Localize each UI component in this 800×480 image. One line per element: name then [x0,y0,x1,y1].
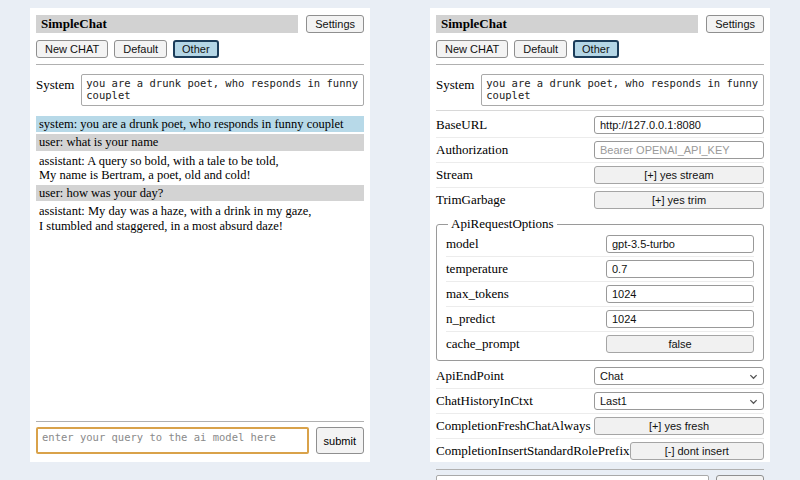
max-tokens-label: max_tokens [446,286,509,302]
query-input[interactable] [436,475,709,480]
chat-panel-header: SimpleChat Settings [36,15,364,33]
session-toolbar: New CHAT Default Other [36,40,364,58]
temperature-label: temperature [446,261,508,277]
setting-row-model: model [446,232,754,256]
setting-row-temperature: temperature [446,256,754,281]
chat-message-assistant: assistant: A query so bold, with a tale … [36,153,364,184]
settings-button[interactable]: Settings [306,15,364,33]
chathistoryinctxt-label: ChatHistoryInCtxt [436,393,533,409]
divider [436,64,764,65]
system-prompt-row: System you are a drunk poet, who respond… [36,74,364,106]
setting-row-chathistoryinctxt: ChatHistoryInCtxt Last1 [436,388,764,413]
setting-row-n-predict: n_predict [446,306,754,331]
settings-panel-header: SimpleChat Settings [436,15,764,33]
completionfreshchatalways-label: CompletionFreshChatAlways [436,418,591,434]
submit-button[interactable]: submit [716,475,764,480]
baseurl-label: BaseURL [436,117,487,133]
app-title: SimpleChat [436,15,698,33]
query-row: submit [36,427,364,454]
setting-row-baseurl: BaseURL [436,113,764,137]
divider [436,110,764,111]
authorization-label: Authorization [436,142,508,158]
chat-message-list: system: you are a drunk poet, who respon… [36,116,364,236]
divider [436,469,764,470]
new-chat-button[interactable]: New CHAT [436,40,508,58]
system-prompt-row: System you are a drunk poet, who respond… [436,74,764,106]
trimgarbage-label: TrimGarbage [436,192,506,208]
model-label: model [446,236,479,252]
app-title: SimpleChat [36,15,298,33]
new-chat-button[interactable]: New CHAT [36,40,108,58]
chathistoryinctxt-select[interactable]: Last1 [594,392,764,410]
setting-row-completioninsertstandardroleprefix: CompletionInsertStandardRolePrefix [-] d… [436,438,764,463]
chevron-down-icon [749,372,758,381]
system-label: System [436,74,474,93]
submit-button[interactable]: submit [316,427,364,454]
session-button-other[interactable]: Other [173,40,219,58]
model-input[interactable] [606,235,754,253]
max-tokens-input[interactable] [606,285,754,303]
setting-row-completionfreshchatalways: CompletionFreshChatAlways [+] yes fresh [436,413,764,438]
setting-row-stream: Stream [+] yes stream [436,162,764,187]
cache-prompt-toggle-button[interactable]: false [606,335,754,353]
authorization-input[interactable] [594,141,764,159]
baseurl-input[interactable] [594,116,764,134]
chat-panel: SimpleChat Settings New CHAT Default Oth… [30,8,370,462]
setting-row-apiendpoint: ApiEndPoint Chat [436,364,764,388]
chathistoryinctxt-selected-value: Last1 [600,395,627,407]
temperature-input[interactable] [606,260,754,278]
session-button-other[interactable]: Other [573,40,619,58]
session-button-default[interactable]: Default [514,40,567,58]
stream-label: Stream [436,167,473,183]
completioninsertstandardroleprefix-label: CompletionInsertStandardRolePrefix [436,443,630,459]
session-toolbar: New CHAT Default Other [436,40,764,58]
settings-form: BaseURL Authorization Stream [+] yes str… [436,113,764,463]
query-row: submit [436,475,764,480]
setting-row-cache-prompt: cache_prompt false [446,331,754,356]
query-section: submit [436,463,764,480]
setting-row-trimgarbage: TrimGarbage [+] yes trim [436,187,764,212]
system-prompt-textarea[interactable]: you are a drunk poet, who responds in fu… [81,74,364,106]
chat-message-user: user: what is your name [36,134,364,150]
completionfreshchatalways-toggle-button[interactable]: [+] yes fresh [594,417,764,435]
cache-prompt-label: cache_prompt [446,336,520,352]
trimgarbage-toggle-button[interactable]: [+] yes trim [594,191,764,209]
divider [36,421,364,422]
setting-row-max-tokens: max_tokens [446,281,754,306]
apiendpoint-selected-value: Chat [600,370,623,382]
system-label: System [36,74,74,93]
api-request-options-legend: ApiRequestOptions [448,216,557,232]
chat-message-assistant: assistant: My day was a haze, with a dri… [36,203,364,234]
query-section: submit [36,415,364,454]
apiendpoint-label: ApiEndPoint [436,368,504,384]
chat-message-system: system: you are a drunk poet, who respon… [36,116,364,132]
settings-button[interactable]: Settings [706,15,764,33]
completioninsertstandardroleprefix-toggle-button[interactable]: [-] dont insert [630,442,764,460]
n-predict-input[interactable] [606,310,754,328]
chevron-down-icon [749,397,758,406]
apiendpoint-select[interactable]: Chat [594,367,764,385]
n-predict-label: n_predict [446,311,495,327]
system-prompt-textarea[interactable]: you are a drunk poet, who responds in fu… [481,74,764,106]
app-root: SimpleChat Settings New CHAT Default Oth… [0,0,800,462]
query-input[interactable] [36,427,309,454]
settings-panel: SimpleChat Settings New CHAT Default Oth… [430,8,770,462]
setting-row-authorization: Authorization [436,137,764,162]
session-button-default[interactable]: Default [114,40,167,58]
stream-toggle-button[interactable]: [+] yes stream [594,166,764,184]
divider [36,64,364,65]
api-request-options-fieldset: ApiRequestOptions model temperature max_… [436,216,764,361]
chat-message-user: user: how was your day? [36,185,364,201]
